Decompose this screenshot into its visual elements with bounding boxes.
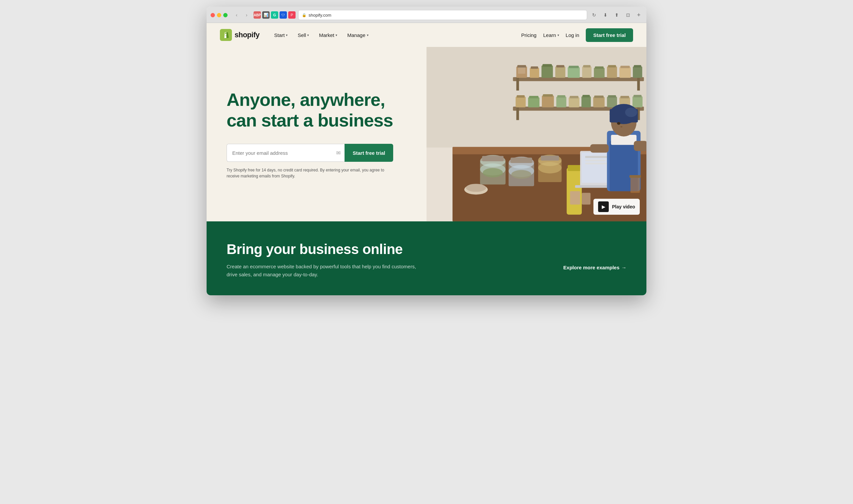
svg-rect-37 (557, 95, 565, 97)
svg-rect-49 (633, 95, 641, 97)
minimize-button[interactable] (217, 13, 221, 17)
svg-rect-40 (581, 96, 591, 107)
green-section: Bring your business online Create an eco… (207, 221, 646, 295)
svg-rect-90 (570, 191, 580, 204)
forward-button[interactable]: › (242, 11, 251, 19)
svg-rect-15 (542, 64, 552, 67)
explore-examples-link[interactable]: Explore more examples → (563, 265, 626, 270)
svg-rect-34 (542, 95, 554, 107)
svg-rect-47 (621, 96, 629, 98)
back-button[interactable]: ‹ (232, 11, 241, 19)
svg-rect-25 (608, 65, 616, 67)
svg-rect-44 (607, 96, 617, 107)
learn-link[interactable]: Learn ▾ (543, 32, 559, 38)
browser-actions: ↻ ⬇ ⬆ ⊡ + (590, 11, 642, 19)
svg-rect-26 (620, 67, 631, 77)
hero-disclaimer: Try Shopify free for 14 days, no credit … (227, 167, 386, 179)
svg-rect-45 (608, 95, 616, 97)
ext-adblock-icon[interactable]: ABP (254, 11, 261, 19)
svg-rect-41 (582, 95, 590, 97)
svg-rect-28 (633, 66, 642, 77)
svg-rect-56 (482, 156, 503, 161)
email-input-wrapper: ✉ (227, 144, 345, 162)
email-form: ✉ Start free trial (227, 144, 393, 162)
download-button[interactable]: ⬇ (601, 11, 610, 19)
svg-rect-65 (541, 156, 559, 160)
play-icon: ▶ (598, 201, 609, 212)
ext-chart-icon[interactable]: 📊 (262, 11, 269, 19)
svg-rect-20 (582, 66, 591, 77)
learn-chevron-icon: ▾ (557, 33, 559, 37)
svg-rect-73 (585, 160, 605, 161)
sell-chevron-icon: ▾ (307, 33, 309, 37)
svg-point-85 (621, 126, 623, 127)
svg-rect-38 (569, 97, 579, 107)
header-start-trial-button[interactable]: Start free trial (586, 28, 633, 42)
ext-bitwarden-icon[interactable]: 🛡 (280, 11, 287, 19)
svg-rect-78 (590, 144, 608, 152)
close-button[interactable] (211, 13, 215, 17)
main-nav: Start ▾ Sell ▾ Market ▾ Manage ▾ (270, 30, 372, 41)
url-text: shopify.com (309, 13, 331, 18)
login-link[interactable]: Log in (566, 32, 579, 38)
svg-rect-33 (529, 96, 538, 98)
play-video-button[interactable]: ▶ Play video (593, 199, 640, 215)
hero-headline: Anyone, anywhere, can start a business (227, 89, 413, 130)
email-field-icon: ✉ (336, 150, 341, 156)
svg-rect-23 (595, 66, 604, 69)
svg-point-55 (483, 168, 503, 177)
ext-pocket-icon[interactable]: P (288, 11, 296, 19)
svg-rect-24 (607, 66, 617, 77)
green-section-description: Create an ecommerce website backed by po… (227, 263, 426, 278)
green-section-title: Bring your business online (227, 241, 426, 257)
svg-rect-5 (637, 77, 640, 91)
logo-text: shopify (234, 31, 260, 39)
svg-rect-88 (630, 176, 640, 193)
svg-rect-22 (594, 68, 605, 77)
browser-extensions: ABP 📊 G 🛡 P (254, 11, 296, 19)
svg-rect-7 (517, 107, 519, 120)
manage-chevron-icon: ▾ (367, 33, 368, 37)
website-content: shopify Start ▾ Sell ▾ Market ▾ (207, 23, 646, 295)
site-header: shopify Start ▾ Sell ▾ Market ▾ (207, 23, 646, 47)
share-button[interactable]: ⬆ (612, 11, 621, 19)
nav-arrows: ‹ › (232, 11, 251, 19)
svg-rect-39 (570, 96, 578, 98)
email-input[interactable] (227, 144, 345, 162)
lock-icon: 🔒 (302, 13, 307, 17)
nav-manage[interactable]: Manage ▾ (343, 30, 372, 41)
svg-rect-35 (543, 94, 553, 96)
hero-image: ▶ Play video (426, 47, 646, 221)
svg-rect-11 (518, 67, 525, 74)
hero-content: Anyone, anywhere, can start a business ✉… (207, 47, 426, 221)
nav-market[interactable]: Market ▾ (315, 30, 341, 41)
svg-rect-30 (516, 96, 526, 107)
hero-start-trial-button[interactable]: Start free trial (345, 144, 393, 162)
tabs-button[interactable]: ⊡ (624, 11, 632, 19)
add-tab-button[interactable]: + (635, 11, 642, 19)
pricing-link[interactable]: Pricing (521, 32, 537, 38)
hero-section: Anyone, anywhere, can start a business ✉… (207, 47, 646, 221)
svg-rect-27 (621, 66, 630, 68)
shopify-logo[interactable]: shopify (220, 29, 260, 41)
nav-start[interactable]: Start ▾ (270, 30, 292, 41)
svg-rect-12 (530, 68, 539, 77)
play-video-label: Play video (612, 204, 635, 210)
svg-rect-17 (556, 65, 564, 67)
address-bar[interactable]: 🔒 shopify.com (298, 10, 587, 20)
browser-window: ‹ › ABP 📊 G 🛡 P 🔒 shopify.com ↻ ⬇ ⬆ ⊡ + (207, 7, 646, 295)
traffic-lights (211, 13, 228, 17)
svg-rect-67 (568, 165, 581, 171)
maximize-button[interactable] (223, 13, 228, 17)
svg-rect-74 (585, 163, 609, 164)
svg-rect-48 (632, 96, 642, 107)
svg-rect-42 (593, 97, 605, 107)
svg-rect-16 (555, 66, 565, 77)
nav-sell[interactable]: Sell ▾ (294, 30, 313, 41)
header-right: Pricing Learn ▾ Log in Start free trial (521, 28, 633, 42)
svg-point-87 (466, 184, 486, 192)
reload-button[interactable]: ↻ (590, 11, 598, 19)
explore-link-wrapper: Explore more examples → (563, 241, 626, 270)
green-section-content: Bring your business online Create an eco… (227, 241, 426, 278)
ext-grammarly-icon[interactable]: G (271, 11, 278, 19)
